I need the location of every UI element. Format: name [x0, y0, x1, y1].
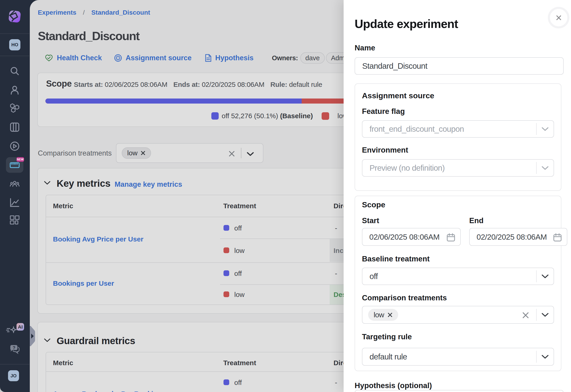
svg-text:?: ?	[13, 345, 15, 350]
